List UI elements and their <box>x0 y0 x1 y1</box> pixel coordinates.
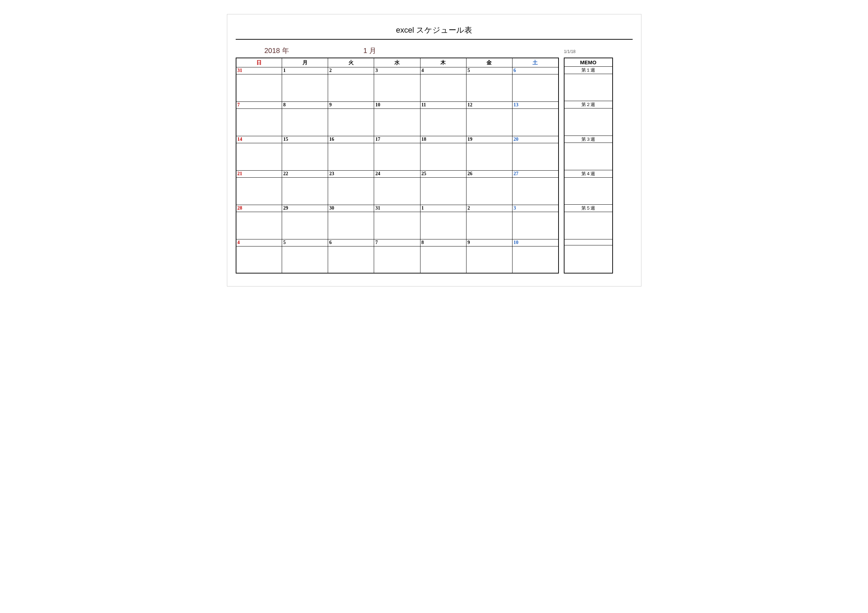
day-number: 30 <box>328 205 374 212</box>
day-number: 22 <box>282 170 328 178</box>
day-number: 10 <box>374 102 420 109</box>
day-number: 8 <box>420 240 466 246</box>
calendar-container: 日 月 火 水 木 金 土 31 1 2 3 4 5 6 <box>236 57 632 274</box>
day-number: 7 <box>374 240 420 246</box>
memo-cell <box>564 239 612 273</box>
day-number: 3 <box>513 205 558 212</box>
day-cell: 6 <box>328 240 374 273</box>
day-cell: 17 <box>374 136 420 170</box>
day-number: 17 <box>374 136 420 143</box>
day-number: 2 <box>328 67 374 74</box>
day-number: 13 <box>513 102 558 109</box>
week-row: 28 29 30 31 1 2 3 <box>236 205 558 240</box>
day-number: 2 <box>467 205 512 212</box>
memo-week-label: 第３週 <box>564 136 612 143</box>
day-cell: 9 <box>466 240 512 273</box>
day-cell: 8 <box>282 102 328 136</box>
memo-cell: 第２週 <box>564 101 612 136</box>
day-cell: 5 <box>282 240 328 273</box>
day-number: 16 <box>328 136 374 143</box>
day-number: 4 <box>420 67 466 74</box>
memo-cell: 第３週 <box>564 136 612 170</box>
day-cell: 3 <box>512 205 558 240</box>
week-row: 31 1 2 3 4 5 6 <box>236 67 558 102</box>
day-number: 7 <box>236 102 282 109</box>
day-cell: 20 <box>512 136 558 170</box>
day-cell: 27 <box>512 170 558 205</box>
day-cell: 29 <box>282 205 328 240</box>
header-tue: 火 <box>328 58 374 67</box>
memo-cell: 第５週 <box>564 205 612 239</box>
day-number: 15 <box>282 136 328 143</box>
week-row: 14 15 16 17 18 19 20 <box>236 136 558 170</box>
day-cell: 7 <box>236 102 282 136</box>
day-cell: 4 <box>236 240 282 273</box>
week-row: 4 5 6 7 8 9 10 <box>236 240 558 273</box>
day-cell: 13 <box>512 102 558 136</box>
day-cell: 9 <box>328 102 374 136</box>
header-sat: 土 <box>512 58 558 67</box>
day-cell: 19 <box>466 136 512 170</box>
document-page: excel スケジュール表 2018 年 1 月 1/1/18 日 月 火 水 … <box>227 14 642 286</box>
day-cell: 25 <box>420 170 466 205</box>
meta-row: 2018 年 1 月 1/1/18 <box>236 46 632 56</box>
day-cell: 16 <box>328 136 374 170</box>
day-cell: 3 <box>374 67 420 102</box>
day-cell: 7 <box>374 240 420 273</box>
day-header-row: 日 月 火 水 木 金 土 <box>236 58 558 67</box>
header-fri: 金 <box>466 58 512 67</box>
day-cell: 5 <box>466 67 512 102</box>
day-cell: 4 <box>420 67 466 102</box>
day-cell: 8 <box>420 240 466 273</box>
memo-cell: 第１週 <box>564 67 612 101</box>
day-cell: 23 <box>328 170 374 205</box>
memo-week-label: 第４週 <box>564 170 612 178</box>
day-number: 4 <box>236 240 282 246</box>
memo-header: MEMO <box>564 58 612 67</box>
page-title: excel スケジュール表 <box>236 23 632 40</box>
day-number: 9 <box>467 240 512 246</box>
day-cell: 1 <box>420 205 466 240</box>
day-cell: 26 <box>466 170 512 205</box>
day-number: 12 <box>467 102 512 109</box>
day-cell: 12 <box>466 102 512 136</box>
day-number: 6 <box>328 240 374 246</box>
day-cell: 31 <box>236 67 282 102</box>
day-cell: 15 <box>282 136 328 170</box>
day-number: 6 <box>513 67 558 74</box>
day-number: 24 <box>374 170 420 178</box>
week-row: 21 22 23 24 25 26 27 <box>236 170 558 205</box>
day-number: 29 <box>282 205 328 212</box>
day-number: 31 <box>236 67 282 74</box>
month-label: 1 月 <box>317 46 423 56</box>
day-cell: 18 <box>420 136 466 170</box>
day-number: 20 <box>513 136 558 143</box>
header-sun: 日 <box>236 58 282 67</box>
memo-cell: 第４週 <box>564 170 612 204</box>
day-number: 14 <box>236 136 282 143</box>
day-number: 9 <box>328 102 374 109</box>
day-cell: 31 <box>374 205 420 240</box>
day-number: 18 <box>420 136 466 143</box>
week-row: 7 8 9 10 11 12 13 <box>236 102 558 136</box>
day-number: 31 <box>374 205 420 212</box>
calendar-table: 日 月 火 水 木 金 土 31 1 2 3 4 5 6 <box>236 57 559 274</box>
day-number: 11 <box>420 102 466 109</box>
memo-week-label: 第５週 <box>564 205 612 212</box>
day-cell: 22 <box>282 170 328 205</box>
memo-week-label: 第２週 <box>564 101 612 108</box>
day-number: 8 <box>282 102 328 109</box>
day-number: 1 <box>420 205 466 212</box>
day-cell: 11 <box>420 102 466 136</box>
day-cell: 1 <box>282 67 328 102</box>
memo-table: MEMO 第１週 第２週 第３週 第４週 第５週 <box>564 57 613 274</box>
day-cell: 2 <box>328 67 374 102</box>
day-number: 3 <box>374 67 420 74</box>
day-cell: 10 <box>512 240 558 273</box>
reference-date: 1/1/18 <box>564 49 632 54</box>
header-mon: 月 <box>282 58 328 67</box>
day-number: 10 <box>513 240 558 246</box>
day-number: 25 <box>420 170 466 178</box>
day-cell: 28 <box>236 205 282 240</box>
day-cell: 21 <box>236 170 282 205</box>
